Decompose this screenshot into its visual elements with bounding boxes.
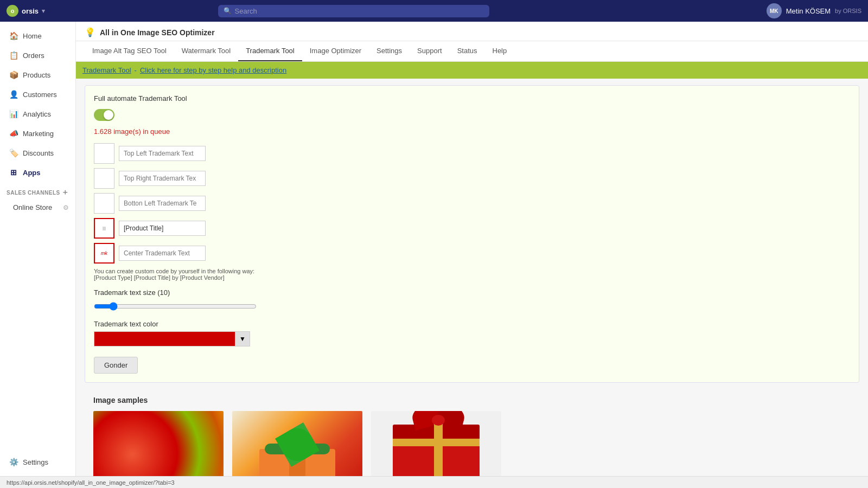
sidebar-item-marketing[interactable]: 📣 Marketing [2, 124, 73, 143]
app-header: 💡 All in One Image SEO Optimizer [76, 22, 868, 41]
tab-trademark[interactable]: Trademark Tool [238, 41, 302, 61]
automate-label: Full automate Trademark Tool [94, 94, 187, 102]
content-inner: 💡 All in One Image SEO Optimizer Image A… [76, 22, 868, 476]
custom-code-hint: You can create custom code by yourself i… [94, 268, 850, 281]
sidebar-bottom: ⚙️ Settings [0, 448, 75, 476]
trademark-row-top-right [94, 168, 850, 189]
online-store-label: Online Store [13, 203, 52, 211]
sidebar-label-orders: Orders [23, 52, 44, 60]
products-icon: 📦 [9, 70, 18, 80]
image-samples-title: Image samples [93, 396, 851, 404]
trademark-preview-bottom-right: ||| [94, 218, 114, 239]
color-label: Trademark text color [94, 320, 850, 328]
apps-icon: ⊞ [9, 168, 18, 177]
tab-watermark[interactable]: Watermark Tool [174, 41, 238, 61]
green-banner: Trademark Tool - Click here for step by … [76, 62, 868, 79]
image-grid [93, 411, 851, 476]
online-store-settings-icon[interactable]: ⚙ [63, 204, 69, 211]
search-container: 🔍 [218, 5, 489, 17]
orders-icon: 📋 [9, 50, 18, 60]
custom-code-line1: You can create custom code by yourself i… [94, 268, 850, 274]
sales-channels-label: SALES CHANNELS [7, 190, 60, 196]
sidebar-label-analytics: Analytics [23, 110, 51, 118]
sidebar-item-products[interactable]: 📦 Products [2, 66, 73, 84]
trademark-preview-top-left [94, 143, 114, 164]
sidebar-label-customers: Customers [23, 91, 57, 99]
sidebar-item-home[interactable]: 🏠 Home [2, 27, 73, 45]
trademark-preview-top-right [94, 168, 114, 189]
image-gift-red [371, 411, 501, 476]
tab-settings[interactable]: Settings [369, 41, 410, 61]
sidebar: 🏠 Home 📋 Orders 📦 Products 👤 Customers 📊… [0, 22, 76, 476]
search-box: 🔍 [218, 5, 489, 17]
color-dropdown-button[interactable]: ▼ [235, 331, 250, 346]
trademark-input-top-left[interactable] [119, 146, 206, 161]
analytics-icon: 📊 [9, 109, 18, 119]
trademark-row-bottom-left [94, 193, 850, 214]
top-bar: o orsis ▾ 🔍 MK Metin KÖSEM by ORSIS [0, 0, 868, 22]
sidebar-label-marketing: Marketing [23, 130, 54, 138]
trademark-input-bottom-left[interactable] [119, 196, 206, 211]
app-header-title: All in One Image SEO Optimizer [100, 28, 215, 37]
sidebar-label-products: Products [23, 71, 50, 79]
search-icon: 🔍 [224, 7, 232, 15]
sidebar-item-online-store[interactable]: Online Store ⚙ [0, 200, 75, 215]
color-bar[interactable] [94, 331, 235, 346]
marketing-icon: 📣 [9, 129, 18, 138]
brand-chevron: ▾ [42, 8, 45, 15]
tabs-bar: Image Alt Tag SEO Tool Watermark Tool Tr… [76, 41, 868, 62]
gonder-button[interactable]: Gonder [94, 357, 138, 374]
size-label: Trademark text size (10) [94, 288, 850, 297]
brand-logo[interactable]: o orsis ▾ [7, 5, 77, 17]
sidebar-item-discounts[interactable]: 🏷️ Discounts [2, 144, 73, 162]
trademark-preview-bottom-left [94, 193, 114, 214]
user-name: Metin KÖSEM [786, 7, 831, 15]
automate-toggle-section: Full automate Trademark Tool [94, 94, 850, 102]
sidebar-item-orders[interactable]: 📋 Orders [2, 46, 73, 65]
sidebar-item-settings[interactable]: ⚙️ Settings [2, 453, 73, 471]
toggle-knob [104, 110, 113, 120]
app-header-icon: 💡 [85, 27, 95, 37]
color-picker-container: ▼ [94, 331, 250, 346]
home-icon: 🏠 [9, 31, 18, 41]
size-slider[interactable] [94, 302, 257, 311]
sidebar-item-customers[interactable]: 👤 Customers [2, 85, 73, 104]
by-label: by ORSIS [835, 8, 861, 14]
trademark-input-bottom-right[interactable] [119, 221, 206, 236]
main-layout: 🏠 Home 📋 Orders 📦 Products 👤 Customers 📊… [0, 22, 868, 476]
automate-toggle[interactable] [94, 109, 114, 121]
status-bar: https://api.orsis.net/shopify/all_in_one… [0, 476, 868, 488]
tool-content: Full automate Trademark Tool 1.628 image… [76, 85, 868, 476]
image-gift-green [232, 411, 362, 476]
tab-support[interactable]: Support [410, 41, 450, 61]
trademark-row-bottom-right: ||| [94, 218, 850, 239]
trademark-row-center: mk [94, 243, 850, 264]
status-url: https://api.orsis.net/shopify/all_in_one… [7, 479, 175, 486]
logo-icon: o [7, 5, 18, 17]
trademark-input-top-right[interactable] [119, 171, 206, 186]
tab-status[interactable]: Status [450, 41, 485, 61]
sidebar-label-home: Home [23, 32, 42, 40]
sidebar-label-discounts: Discounts [23, 149, 54, 157]
sidebar-label-apps: Apps [23, 169, 41, 177]
image-tomatoes [93, 411, 224, 476]
sidebar-item-apps[interactable]: ⊞ Apps [2, 163, 73, 182]
trademark-row-top-left [94, 143, 850, 164]
discounts-icon: 🏷️ [9, 148, 18, 158]
help-link[interactable]: Click here for step by step help and des… [140, 66, 286, 74]
search-input[interactable] [235, 7, 484, 15]
brand-name: orsis [22, 7, 39, 15]
tab-image-alt[interactable]: Image Alt Tag SEO Tool [85, 41, 174, 61]
trademark-input-center[interactable] [119, 246, 206, 261]
sidebar-item-analytics[interactable]: 📊 Analytics [2, 105, 73, 123]
queue-count: 1.628 image(s) in queue [94, 127, 850, 136]
sales-channels-add-icon[interactable]: ＋ [61, 188, 69, 197]
color-section: Trademark text color ▼ [94, 320, 850, 348]
avatar: MK [767, 3, 782, 18]
sales-channels-section: SALES CHANNELS ＋ [0, 182, 75, 200]
customers-icon: 👤 [9, 89, 18, 99]
sidebar-label-settings: Settings [23, 458, 48, 466]
trademark-tool-link[interactable]: Trademark Tool [82, 66, 131, 74]
tab-help[interactable]: Help [485, 41, 515, 61]
tab-image-optimizer[interactable]: Image Optimizer [302, 41, 369, 61]
